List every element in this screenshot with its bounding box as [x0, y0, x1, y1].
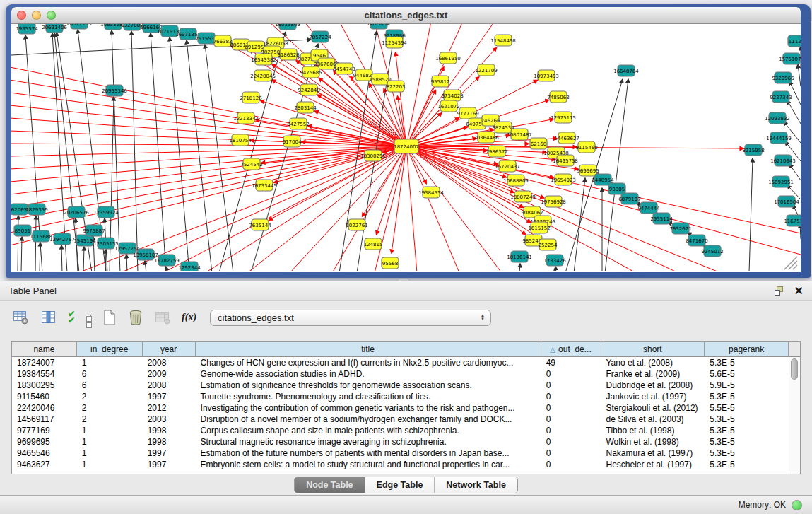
column-header-in_degree[interactable]: in_degree	[77, 342, 143, 356]
table-cell[interactable]: Jankovic et al. (1997)	[601, 391, 705, 402]
table-cell[interactable]: 2012	[143, 402, 196, 414]
graph-node[interactable]: 9245012	[701, 245, 723, 257]
table-cell[interactable]: 0	[541, 402, 601, 414]
table-cell[interactable]: 9777169	[12, 425, 77, 436]
graph-node[interactable]: 8813054	[367, 24, 390, 29]
graph-node[interactable]: 8215958	[742, 144, 764, 156]
table-cell[interactable]: 0	[541, 380, 601, 391]
column-header-out_de[interactable]: △out_de...	[541, 342, 601, 356]
network-window-titlebar[interactable]: citations_edges.txt	[11, 7, 801, 24]
table-cell[interactable]: 1997	[143, 459, 196, 470]
graph-node[interactable]: 2803144	[294, 102, 317, 113]
table-cell[interactable]: 5.3E-5	[705, 459, 789, 470]
memory-status-indicator[interactable]	[792, 500, 802, 510]
graph-node[interactable]: 8471670	[686, 235, 707, 246]
graph-node[interactable]: 17359924	[93, 206, 119, 218]
graph-node[interactable]: 93385	[608, 183, 625, 194]
graph-node[interactable]: 9975887	[83, 225, 105, 236]
network-canvas-svg[interactable]: 1935574206914062037719310653287132760269…	[11, 24, 801, 271]
graph-node[interactable]: 8427552	[287, 118, 309, 129]
graph-node[interactable]: 955812	[431, 76, 450, 87]
graph-node[interactable]: 16733445	[252, 180, 277, 191]
graph-node[interactable]: 7632621	[669, 223, 691, 234]
table-vertical-scrollbar[interactable]	[789, 357, 800, 474]
table-cell[interactable]: 9699695	[12, 436, 77, 448]
table-cell[interactable]: 0	[541, 459, 601, 470]
graph-node[interactable]: 12213343	[233, 112, 259, 124]
table-cell[interactable]: 9115460	[12, 391, 77, 402]
graph-node[interactable]: 16033809	[275, 24, 300, 30]
table-cell[interactable]: 2	[77, 391, 143, 402]
table-cell[interactable]: 5.9E-5	[705, 380, 789, 391]
table-cell[interactable]: 0	[541, 448, 601, 459]
table-cell[interactable]: Corpus callosum shape and size in male p…	[196, 425, 541, 436]
column-header-title[interactable]: title	[196, 342, 541, 356]
table-cell[interactable]: Changes of HCN gene expression and I(f) …	[196, 357, 541, 368]
graph-node[interactable]: 1167533	[784, 215, 801, 226]
graph-node[interactable]: 20691406	[42, 24, 67, 33]
tab-network-table[interactable]: Network Table	[434, 477, 517, 493]
new-table-icon[interactable]	[102, 308, 117, 327]
graph-node[interactable]: 7986372	[486, 146, 507, 157]
row-boxes-icon[interactable]	[86, 308, 91, 327]
table-cell[interactable]: 2	[77, 414, 143, 425]
table-cell[interactable]: 5.3E-5	[705, 357, 789, 368]
graph-node[interactable]: 15720437	[495, 160, 520, 172]
graph-node[interactable]: 7635144	[249, 219, 271, 230]
table-row[interactable]: 1872400712008Changes of HCN gene express…	[12, 357, 789, 368]
table-cell[interactable]: 5.6E-5	[705, 368, 789, 380]
graph-node[interactable]: 12093832	[765, 112, 790, 124]
graph-node[interactable]: 12942757	[49, 233, 75, 245]
graph-node[interactable]: 17016504	[774, 196, 799, 207]
table-row[interactable]: 969969511998Structural magnetic resonanc…	[12, 436, 789, 448]
table-row[interactable]: 1456911722003Disruption of a novel membe…	[12, 414, 789, 425]
graph-node[interactable]: 1935574	[16, 24, 38, 34]
import-table-disabled-icon[interactable]	[154, 308, 171, 327]
graph-node[interactable]: 6734028	[441, 90, 463, 101]
table-cell[interactable]: 1	[77, 448, 143, 459]
table-cell[interactable]: 1998	[143, 425, 196, 436]
graph-node[interactable]: 16210643	[770, 155, 796, 166]
graph-node[interactable]: 6879197	[618, 193, 640, 204]
table-cell[interactable]: Hescheler et al. (1997)	[601, 459, 705, 470]
table-cell[interactable]: 5.5E-5	[705, 402, 789, 414]
table-cell[interactable]: Franke et al. (2009)	[601, 368, 705, 380]
window-resize-grip[interactable]	[784, 257, 797, 269]
graph-node[interactable]: 7857224	[309, 31, 331, 42]
table-cell[interactable]: 0	[541, 391, 601, 402]
table-cell[interactable]: Embryonic stem cells: a model to study s…	[196, 459, 541, 470]
table-cell[interactable]: Dudbridge et al. (2008)	[601, 380, 705, 391]
graph-node[interactable]: 1733426	[543, 255, 566, 266]
table-cell[interactable]: 2008	[143, 357, 196, 368]
table-cell[interactable]: 18724007	[12, 357, 77, 368]
graph-node[interactable]: 9777169	[457, 107, 478, 119]
table-cell[interactable]: 6	[77, 380, 143, 391]
table-cell[interactable]: Structural magnetic resonance image aver…	[196, 436, 541, 448]
graph-node[interactable]: 9115460	[575, 141, 597, 153]
table-cell[interactable]: 49	[541, 357, 601, 368]
table-cell[interactable]: 0	[541, 414, 601, 425]
scrollbar-thumb[interactable]	[791, 358, 798, 380]
table-cell[interactable]: 5.3E-5	[705, 436, 789, 448]
table-cell[interactable]: 18300295	[12, 380, 77, 391]
table-cell[interactable]: 5.3E-5	[705, 414, 789, 425]
function-builder-icon[interactable]: f(x)	[182, 308, 196, 327]
table-cell[interactable]: 0	[541, 368, 601, 380]
table-cell[interactable]: Wolkin et al. (1998)	[601, 436, 705, 448]
table-cell[interactable]: 2	[77, 402, 143, 414]
table-cell[interactable]: 1	[77, 459, 143, 470]
graph-node[interactable]: 12444159	[766, 132, 792, 144]
graph-node[interactable]: 766382	[213, 35, 233, 47]
tab-node-table[interactable]: Node Table	[295, 477, 364, 493]
select-checks-icon[interactable]: ✔✔	[68, 308, 75, 327]
graph-node[interactable]: 124815	[364, 238, 383, 250]
table-cell[interactable]: 1997	[143, 391, 196, 402]
table-cell[interactable]: 19384554	[12, 368, 77, 380]
table-cell[interactable]: 2003	[143, 414, 196, 425]
table-cell[interactable]: 9465546	[12, 448, 77, 459]
graph-node[interactable]: 2718126	[240, 92, 262, 103]
table-row[interactable]: 946362711997Embryonic stem cells: a mode…	[12, 459, 789, 470]
graph-node[interactable]: 10973493	[534, 70, 559, 81]
graph-node[interactable]: 8186328	[277, 49, 299, 60]
table-cell[interactable]: 5.3E-5	[705, 448, 789, 459]
